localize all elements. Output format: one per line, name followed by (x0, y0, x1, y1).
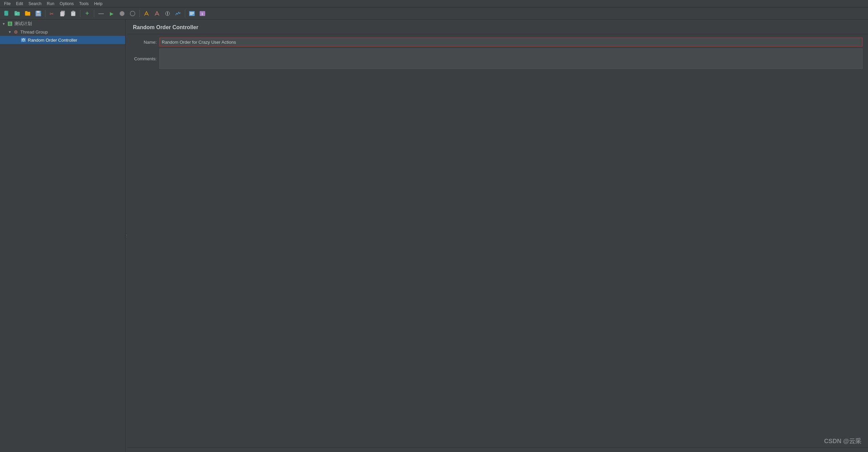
toolbar-sep-4 (139, 10, 140, 17)
info-button[interactable]: i (198, 9, 207, 18)
paste-button[interactable] (68, 9, 78, 18)
svg-rect-12 (60, 12, 64, 16)
svg-rect-18 (167, 12, 168, 14)
open-templates-button[interactable]: + (13, 9, 22, 18)
toolbar-sep-1 (45, 10, 45, 17)
start-button[interactable]: ▶ (107, 9, 116, 18)
tree-arrow-test-plan: ▼ (1, 22, 6, 26)
comments-row: Comments: (133, 48, 863, 69)
add-button[interactable]: + (82, 9, 92, 18)
toolbar-sep-3 (94, 10, 94, 17)
name-row: Name: (133, 38, 863, 46)
sidebar-item-random-order-controller[interactable]: Random Order Controller (0, 36, 125, 44)
menubar: File Edit Search Run Options Tools Help (0, 0, 868, 7)
menu-help[interactable]: Help (91, 1, 105, 7)
svg-rect-19 (167, 14, 168, 15)
menu-options[interactable]: Options (57, 1, 76, 7)
list-button[interactable] (187, 9, 197, 18)
open-button[interactable] (23, 9, 33, 18)
tools3-button[interactable] (163, 9, 172, 18)
svg-rect-14 (72, 11, 74, 12)
svg-rect-9 (36, 14, 40, 16)
menu-edit[interactable]: Edit (13, 1, 26, 7)
menu-run[interactable]: Run (44, 1, 57, 7)
tree-label-random-order: Random Order Controller (28, 38, 77, 43)
svg-rect-21 (190, 12, 194, 13)
svg-rect-3 (15, 11, 17, 13)
bottom-scrollbar[interactable] (127, 447, 868, 452)
save-button[interactable] (34, 9, 43, 18)
name-input[interactable] (159, 38, 863, 46)
watermark: CSDN @云采 (824, 437, 861, 445)
tree-label-test-plan: 测试计划 (14, 21, 32, 27)
sidebar-item-thread-group[interactable]: ▼ ⚙ Thread Group (0, 28, 125, 36)
tree-icon-test-plan: 🅰 (7, 21, 13, 27)
panel-title: Random Order Controller (127, 20, 868, 34)
tree-arrow-thread-group: ▼ (7, 30, 12, 34)
left-panel: ▼ 🅰 测试计划 ▼ ⚙ Thread Group Random Order (0, 20, 125, 452)
menu-tools[interactable]: Tools (76, 1, 91, 7)
svg-rect-8 (37, 11, 40, 13)
svg-text:+: + (16, 13, 17, 15)
new-button[interactable] (2, 9, 12, 18)
copy-button[interactable] (58, 9, 67, 18)
svg-rect-26 (21, 38, 26, 42)
stop-button[interactable] (117, 9, 127, 18)
main-layout: ▼ 🅰 测试计划 ▼ ⚙ Thread Group Random Order (0, 20, 868, 452)
svg-point-15 (120, 11, 124, 16)
svg-rect-23 (190, 14, 193, 15)
toolbar-sep-2 (80, 10, 80, 17)
comments-label: Comments: (133, 56, 157, 61)
svg-text:i: i (202, 12, 203, 16)
cut-button[interactable]: ✂ (47, 9, 57, 18)
svg-rect-6 (25, 11, 27, 13)
tools2-button[interactable] (152, 9, 162, 18)
tools1-button[interactable] (142, 9, 151, 18)
comments-input[interactable] (159, 48, 863, 69)
svg-rect-22 (190, 13, 194, 14)
svg-point-16 (130, 11, 135, 16)
remove-button[interactable]: — (96, 9, 106, 18)
tree-arrow-random-order (15, 38, 20, 42)
toolbar: + ✂ + — (0, 7, 868, 20)
svg-text:✂: ✂ (50, 11, 54, 17)
name-label: Name: (133, 40, 157, 45)
menu-file[interactable]: File (1, 1, 13, 7)
tools4-button[interactable] (173, 9, 183, 18)
stop-now-button[interactable] (128, 9, 137, 18)
menu-search[interactable]: Search (26, 1, 44, 7)
sidebar-item-test-plan[interactable]: ▼ 🅰 测试计划 (0, 20, 125, 28)
right-panel: Random Order Controller Name: Comments: (127, 20, 868, 452)
toolbar-sep-5 (185, 10, 185, 17)
tree-icon-thread-group: ⚙ (13, 29, 19, 35)
form-area: Name: Comments: (127, 34, 868, 72)
tree-icon-random-order (20, 37, 26, 43)
tree-label-thread-group: Thread Group (20, 29, 48, 35)
